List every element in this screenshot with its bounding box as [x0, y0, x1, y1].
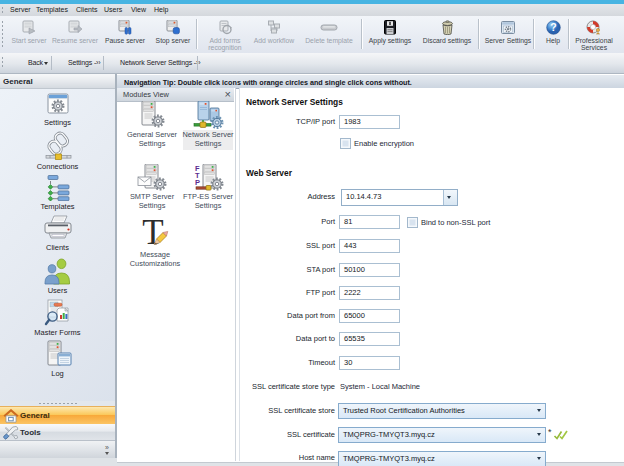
svg-text:P: P	[195, 178, 200, 187]
svg-text:T: T	[142, 217, 163, 249]
svg-text:?: ?	[550, 21, 556, 33]
